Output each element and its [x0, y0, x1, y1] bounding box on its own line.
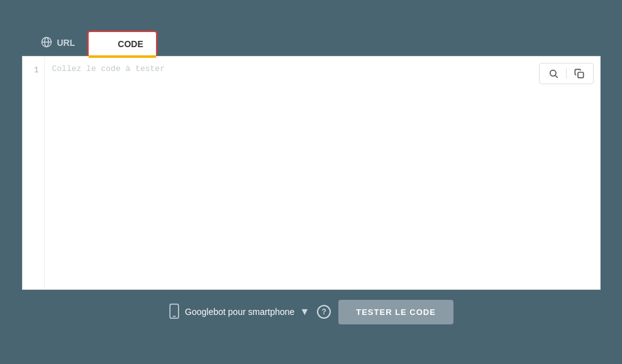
toolbar-separator [566, 69, 567, 79]
tab-url[interactable]: URL [28, 30, 88, 56]
svg-point-3 [550, 70, 555, 75]
main-container: URL <> CODE 1 Collez le code à tester [22, 30, 601, 334]
copy-icon [574, 69, 584, 79]
test-button[interactable]: TESTER LE CODE [338, 300, 453, 324]
editor-placeholder: Collez le code à tester [52, 64, 165, 74]
help-icon[interactable]: ? [317, 305, 331, 319]
tab-code[interactable]: <> CODE [87, 31, 157, 56]
editor-area: 1 Collez le code à tester [22, 56, 601, 290]
globe-icon [41, 36, 52, 50]
dropdown-arrow-icon[interactable]: ▼ [299, 306, 309, 317]
device-label: Googlebot pour smartphone [185, 307, 294, 317]
help-label: ? [322, 307, 326, 316]
tab-code-label: CODE [118, 39, 143, 49]
line-numbers: 1 [23, 57, 45, 289]
tab-url-label: URL [57, 38, 75, 48]
phone-icon [169, 304, 180, 321]
tabs-row: URL <> CODE [22, 30, 601, 56]
bottom-bar: Googlebot pour smartphone ▼ ? TESTER LE … [22, 290, 601, 334]
svg-line-4 [555, 75, 558, 78]
copy-button[interactable] [570, 66, 588, 81]
svg-rect-5 [578, 72, 584, 78]
editor-toolbar [539, 63, 594, 84]
line-number-1: 1 [23, 64, 39, 77]
search-icon [548, 69, 558, 79]
search-button[interactable] [545, 66, 562, 81]
code-icon: <> [101, 38, 113, 50]
editor-content[interactable]: Collez le code à tester [45, 57, 600, 289]
device-selector[interactable]: Googlebot pour smartphone ▼ [169, 304, 309, 321]
